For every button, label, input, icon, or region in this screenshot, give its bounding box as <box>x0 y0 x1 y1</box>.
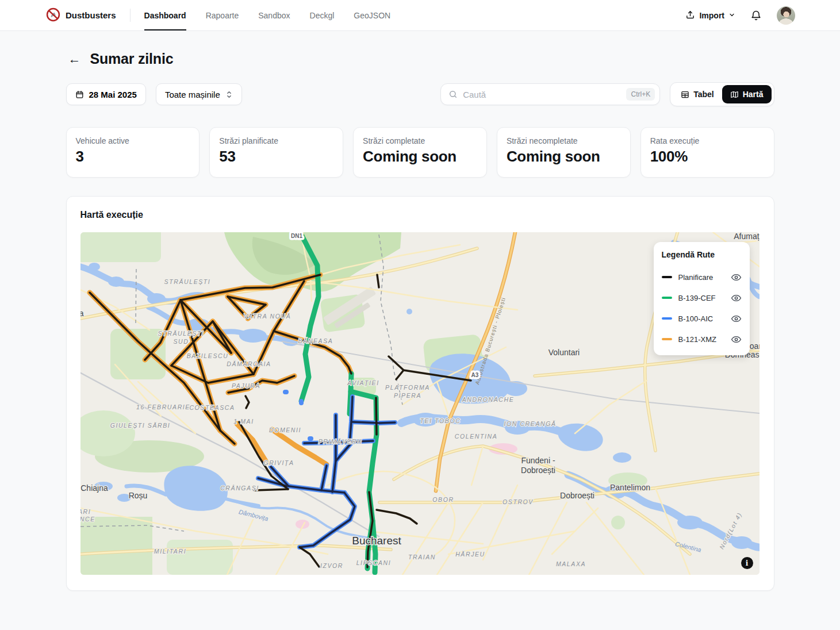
stat-card: Rata execuție100% <box>640 127 774 178</box>
map-label: Afumați <box>734 232 760 241</box>
eye-icon[interactable] <box>731 334 742 345</box>
stat-label: Rata execuție <box>650 136 765 145</box>
stat-value: 53 <box>219 148 333 166</box>
legend-label: B-100-AIC <box>678 314 731 323</box>
nav-item-dashboard[interactable]: Dashboard <box>144 0 186 30</box>
search-shortcut-chip: Ctrl+K <box>626 88 655 101</box>
page-title: Sumar zilnic <box>90 51 174 67</box>
user-avatar[interactable] <box>777 6 795 25</box>
legend-title: Legendă Rute <box>662 250 742 259</box>
header-divider <box>130 9 131 22</box>
legend-label: B-139-CEF <box>678 294 731 302</box>
stat-label: Străzi completate <box>363 136 477 145</box>
nav-item-geojson[interactable]: GeoJSON <box>354 0 390 30</box>
view-toggle-table[interactable]: Tabel <box>673 85 722 103</box>
map-label: Fundeni - <box>521 456 555 465</box>
stat-label: Vehicule active <box>76 136 190 145</box>
stat-value: Coming soon <box>363 148 477 166</box>
upload-icon <box>685 10 695 21</box>
map-label: MALAXA <box>555 560 585 567</box>
dustbusters-logo-icon <box>46 7 60 24</box>
import-label: Import <box>699 11 724 20</box>
route-legend: Legendă Rute PlanificareB-139-CEFB-100-A… <box>654 242 750 355</box>
map-label: COLENTINA <box>454 433 497 440</box>
map-label: STRĂULEȘTI <box>164 278 210 285</box>
map-label: COSTEASCA <box>189 404 235 411</box>
map-label: Voluntari <box>548 348 579 357</box>
map-label: Dobroești <box>521 466 555 475</box>
map-label: SUD <box>173 338 189 345</box>
map-label: PIPERA <box>393 392 421 399</box>
legend-row-planificare: Planificare <box>662 267 742 287</box>
map-label: PRIMĂVERII <box>318 438 362 445</box>
map-label: A3 <box>471 372 478 378</box>
map-card-title: Hartă execuție <box>80 210 760 220</box>
back-button[interactable]: ← <box>67 53 82 66</box>
map-info-icon[interactable]: i <box>741 557 753 569</box>
import-button[interactable]: Import <box>685 10 735 21</box>
map-label: 1 MAI <box>233 418 254 425</box>
map-label: DN1 <box>290 233 302 239</box>
stat-cards: Vehicule active3Străzi planificate53Stră… <box>66 127 774 178</box>
map-label: 16 FEBRUARIE <box>136 404 190 410</box>
map-label: Pantelimon <box>609 483 650 492</box>
route-Planificare <box>255 489 288 490</box>
view-toggle-map[interactable]: Hartă <box>722 85 772 103</box>
map-label: DĂMĂROAIA <box>227 360 271 367</box>
stat-label: Străzi planificate <box>219 136 333 145</box>
stat-value: Coming soon <box>507 148 621 166</box>
map-label: OSTROV <box>503 498 534 505</box>
search-box[interactable]: Ctrl+K <box>440 83 660 105</box>
route-Planificare <box>376 398 377 435</box>
legend-label: B-121-XMZ <box>678 335 731 344</box>
map-label: ANDRONACHE <box>461 396 514 403</box>
map-label: Bucharest <box>352 535 401 547</box>
eye-icon[interactable] <box>731 293 742 304</box>
map-card: Hartă execuție <box>66 196 774 591</box>
vehicle-filter-select[interactable]: Toate mașinile <box>156 83 242 105</box>
map-label: PLATFORMA <box>385 384 430 391</box>
map-label: STRĂULEȘTI <box>158 330 204 337</box>
date-picker-button[interactable]: 28 Mai 2025 <box>66 83 146 105</box>
map-label: HĂRJEU <box>455 551 485 558</box>
map-label: OBOR <box>432 496 454 503</box>
view-toggle: Tabel Hartă <box>670 82 774 106</box>
brand-name: Dustbusters <box>66 10 116 20</box>
map-label: MILITARI <box>80 508 91 515</box>
map-label: ION CREANGĂ <box>504 420 556 427</box>
select-chevrons-icon <box>225 90 233 99</box>
notifications-bell-icon[interactable] <box>750 10 762 21</box>
search-input[interactable] <box>463 90 626 99</box>
eye-icon[interactable] <box>731 313 742 324</box>
chevron-down-icon <box>728 11 735 20</box>
nav-item-rapoarte[interactable]: Rapoarte <box>206 0 239 30</box>
map-label: Roșu <box>128 491 147 500</box>
map-label: AVIAȚIEI <box>347 379 379 386</box>
stat-value: 3 <box>76 148 190 166</box>
stat-value: 100% <box>650 148 765 166</box>
main-nav: DashboardRapoarteSandboxDeckglGeoJSON <box>144 0 391 30</box>
map-label: CRÂNGAȘI <box>220 485 259 491</box>
legend-swatch <box>662 297 672 299</box>
map-label: TRAIAN <box>408 554 435 560</box>
stat-card: Străzi planificate53 <box>209 127 343 178</box>
brand[interactable]: Dustbusters <box>46 0 116 30</box>
nav-item-sandbox[interactable]: Sandbox <box>258 0 290 30</box>
legend-row-b-139-cef: B-139-CEF <box>662 287 742 308</box>
map-icon <box>730 90 739 99</box>
map-label: IZVOR <box>320 562 343 569</box>
map-label: LIPSCANI <box>356 559 391 566</box>
map-label: BAZILESCU <box>186 352 228 359</box>
execution-map[interactable]: STRĂULEȘTIChitilaVATRA NOUĂSTRĂULEȘTISUD… <box>80 232 760 575</box>
legend-swatch <box>662 317 672 320</box>
legend-row-b-100-aic: B-100-AIC <box>662 308 742 329</box>
route-B-100-AIC-core <box>352 422 395 423</box>
map-label: Dobroești <box>560 491 594 500</box>
map-label: PAJURA <box>231 382 260 389</box>
map-label: Chitila <box>80 309 84 318</box>
table-icon <box>681 90 689 99</box>
map-label: MILITARI <box>154 548 186 555</box>
eye-icon[interactable] <box>731 272 742 283</box>
map-label: GRIVIȚA <box>263 459 294 466</box>
nav-item-deckgl[interactable]: Deckgl <box>310 0 335 30</box>
